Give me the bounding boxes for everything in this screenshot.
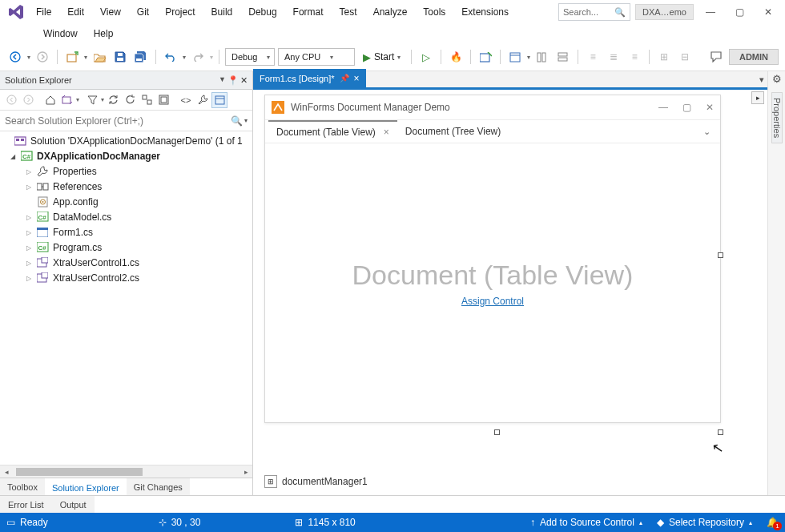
menu-format[interactable]: Format: [286, 3, 331, 21]
chevron-down-icon[interactable]: ⌄: [703, 127, 717, 137]
form-window[interactable]: WinForms Document Manager Demo — ▢ ✕ Doc…: [264, 95, 721, 423]
start-button[interactable]: ▶Start▾: [358, 48, 405, 66]
align-5[interactable]: ⊟: [676, 48, 694, 66]
tree-node[interactable]: App.config: [0, 194, 252, 209]
se-collapse[interactable]: [139, 92, 155, 108]
tab-dropdown-icon[interactable]: ▾: [759, 75, 764, 85]
se-sync[interactable]: [105, 92, 121, 108]
menu-tools[interactable]: Tools: [416, 3, 453, 21]
start-no-debug-button[interactable]: ▷: [417, 48, 435, 66]
tray-item-label[interactable]: documentManager1: [282, 476, 368, 487]
align-3[interactable]: ≡: [626, 48, 643, 66]
tree-node[interactable]: C#DataModel.cs: [0, 209, 252, 224]
form-max-icon[interactable]: ▢: [682, 102, 691, 113]
tb-misc-2[interactable]: [506, 48, 524, 66]
document-host[interactable]: Document (Table View) Assign Control ↖: [265, 143, 720, 422]
notifications-button[interactable]: 🔔 1: [767, 517, 779, 528]
menu-git[interactable]: Git: [130, 3, 156, 21]
close-button[interactable]: ✕: [756, 2, 780, 22]
menu-project[interactable]: Project: [158, 3, 202, 21]
se-search-input[interactable]: [5, 115, 231, 127]
menu-view[interactable]: View: [93, 3, 128, 21]
panel-dropdown-icon[interactable]: ▼: [219, 75, 226, 86]
align-1[interactable]: ≡: [584, 48, 602, 66]
tree-node[interactable]: Properties: [0, 163, 252, 179]
select-repository[interactable]: ◆Select Repository▴: [657, 517, 752, 528]
se-home[interactable]: [42, 92, 58, 108]
menu-window[interactable]: Window: [36, 26, 85, 42]
menu-extensions[interactable]: Extensions: [454, 3, 516, 21]
form-tab-tree[interactable]: Document (Tree View): [397, 120, 509, 143]
gear-icon[interactable]: ⚙: [772, 73, 782, 89]
tree-node[interactable]: XtraUserControl1.cs: [0, 255, 252, 270]
bottom-tab-error-list[interactable]: Error List: [0, 496, 52, 513]
new-project-button[interactable]: [63, 48, 81, 66]
left-tab-toolbox[interactable]: Toolbox: [0, 478, 45, 495]
open-button[interactable]: [91, 48, 108, 66]
tb-misc-4[interactable]: [554, 48, 572, 66]
redo-button[interactable]: [189, 48, 207, 66]
resize-handle-bottom[interactable]: [494, 429, 500, 435]
maximize-button[interactable]: ▢: [727, 2, 751, 22]
assign-control-link[interactable]: Assign Control: [461, 296, 524, 307]
overflow-scroll-icon[interactable]: ▸: [751, 91, 764, 104]
tb-misc-3[interactable]: [533, 48, 551, 66]
feedback-button[interactable]: [708, 48, 726, 66]
nav-fwd-button[interactable]: [34, 48, 51, 66]
menu-debug[interactable]: Debug: [241, 3, 284, 21]
align-2[interactable]: ≣: [605, 48, 622, 66]
se-code[interactable]: <>: [178, 92, 194, 108]
tree-node[interactable]: C#Program.cs: [0, 240, 252, 255]
resize-handle-corner[interactable]: [718, 429, 723, 435]
nav-back-button[interactable]: [6, 48, 24, 66]
menubar-search[interactable]: Search... 🔍: [558, 3, 630, 21]
solution-node[interactable]: Solution 'DXApplicationDocManagerDemo' (…: [0, 133, 252, 148]
minimize-button[interactable]: —: [698, 2, 723, 22]
tree-node[interactable]: XtraUserControl2.cs: [0, 270, 252, 285]
tb-misc-1[interactable]: [477, 48, 494, 66]
panel-close-icon[interactable]: ✕: [240, 75, 248, 86]
se-preview[interactable]: [211, 92, 227, 108]
se-refresh[interactable]: [122, 92, 138, 108]
properties-tab[interactable]: Properties: [771, 92, 783, 143]
pin-icon[interactable]: 📍: [227, 75, 239, 86]
project-node[interactable]: C# DXApplicationDocManager: [0, 148, 252, 163]
se-switch[interactable]: [59, 92, 75, 108]
menu-analyze[interactable]: Analyze: [366, 3, 415, 21]
solution-tree[interactable]: Solution 'DXApplicationDocManagerDemo' (…: [0, 131, 252, 465]
add-source-control[interactable]: ↑Add to Source Control▴: [530, 517, 642, 528]
menu-file[interactable]: File: [29, 3, 58, 21]
form-close-icon[interactable]: ✕: [706, 102, 714, 113]
se-fwd[interactable]: [20, 92, 36, 108]
menu-help[interactable]: Help: [87, 26, 121, 42]
hot-reload-button[interactable]: 🔥: [447, 48, 465, 66]
platform-combo[interactable]: Any CPU▾: [278, 48, 355, 66]
solution-explorer-search[interactable]: 🔍 ▾: [0, 111, 252, 131]
se-properties[interactable]: [195, 92, 211, 108]
search-options-icon[interactable]: ▾: [244, 117, 248, 124]
menu-build[interactable]: Build: [204, 3, 240, 21]
left-tab-solution-explorer[interactable]: Solution Explorer: [45, 478, 127, 495]
config-combo[interactable]: Debug▾: [225, 48, 275, 66]
component-tray[interactable]: ⊞ documentManager1: [264, 473, 368, 490]
tree-node[interactable]: Form1.cs: [0, 224, 252, 240]
se-filter[interactable]: [84, 92, 100, 108]
pin-icon[interactable]: 📌: [340, 74, 349, 83]
tree-hscroll[interactable]: ◂▸: [0, 465, 252, 478]
close-icon[interactable]: ×: [354, 73, 360, 84]
align-4[interactable]: ⊞: [655, 48, 673, 66]
document-tab-active[interactable]: Form1.cs [Design]* 📌 ×: [253, 69, 366, 87]
menu-test[interactable]: Test: [332, 3, 364, 21]
save-all-button[interactable]: [132, 48, 150, 66]
tree-node[interactable]: References: [0, 179, 252, 194]
left-tab-git-changes[interactable]: Git Changes: [127, 478, 190, 495]
undo-button[interactable]: [162, 48, 179, 66]
form-min-icon[interactable]: —: [658, 102, 668, 113]
se-showall[interactable]: [155, 92, 171, 108]
tab-close-icon[interactable]: ×: [384, 127, 389, 138]
resize-handle-right[interactable]: [718, 252, 723, 258]
bottom-tab-output[interactable]: Output: [52, 496, 95, 513]
form-tab-table[interactable]: Document (Table View) ×: [268, 120, 397, 143]
menu-edit[interactable]: Edit: [60, 3, 91, 21]
save-button[interactable]: [111, 48, 129, 66]
